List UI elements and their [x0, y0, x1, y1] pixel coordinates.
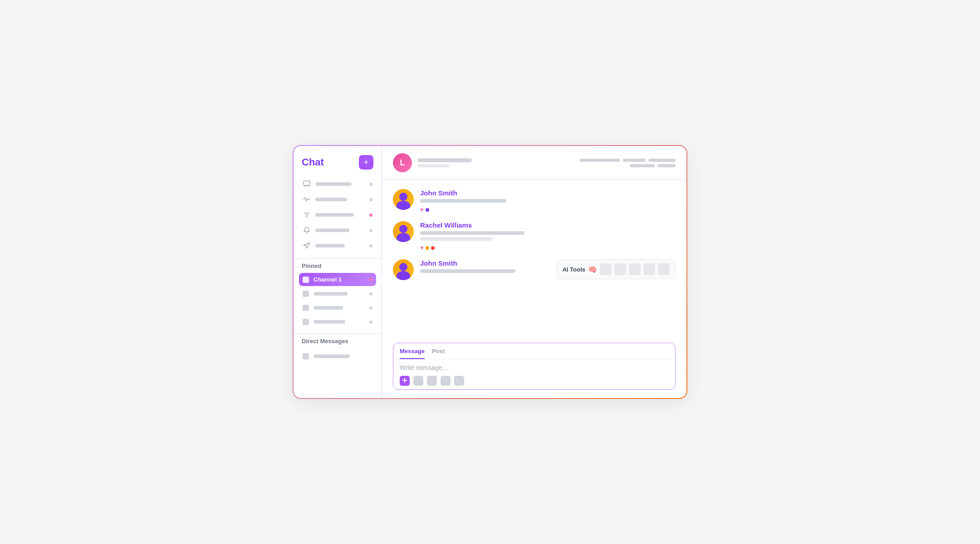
- message-1-sender: John Smith: [420, 189, 676, 197]
- chat-icon: [303, 180, 311, 188]
- channel2-dot: [369, 292, 372, 296]
- channel2-color: [303, 291, 309, 297]
- message-3-avatar: [393, 259, 414, 280]
- sidebar: Chat +: [294, 146, 382, 398]
- nav-item-activity[interactable]: [299, 192, 376, 207]
- header-meta-5: [657, 164, 676, 167]
- compose-placeholder: Write message...: [400, 364, 669, 371]
- nav-items: [294, 177, 382, 253]
- message-3: John Smith AI Tools 🧠: [393, 259, 676, 280]
- message-2-content: Rachel Williams ♥: [420, 221, 676, 251]
- dm-avatar-1: [303, 353, 309, 359]
- nav-dot-filter: [369, 214, 372, 217]
- sidebar-header: Chat +: [294, 146, 382, 177]
- channel4-color: [303, 319, 309, 325]
- nav-item-send-label: [315, 244, 345, 248]
- nav-item-chat-label: [315, 182, 352, 186]
- nav-item-chat[interactable]: [299, 177, 376, 191]
- nav-item-filter[interactable]: [299, 208, 376, 222]
- nav-dot-notifications: [369, 229, 372, 232]
- dm-name-1: [314, 355, 350, 358]
- channel1-dot: [369, 278, 372, 281]
- message-2-text-1: [420, 231, 524, 235]
- message-2-reactions: ♥: [420, 244, 676, 251]
- dm-item-1[interactable]: [299, 350, 376, 363]
- ai-tool-btn-2[interactable]: [614, 263, 626, 275]
- ai-tool-btn-3[interactable]: [629, 263, 641, 275]
- top-bar-text: [417, 158, 472, 167]
- ai-tools-bar: AI Tools 🧠: [557, 259, 676, 279]
- compose-add-btn[interactable]: [400, 376, 410, 386]
- bell-icon: [303, 226, 311, 234]
- header-meta-1: [579, 159, 620, 162]
- nav-item-notifications[interactable]: [299, 223, 376, 238]
- messages-area: John Smith ♥ Rachel Willia: [382, 180, 686, 337]
- top-bar-left: L: [393, 153, 472, 172]
- dm-section-label: Direct Messages: [294, 338, 382, 348]
- channel1-label: Channel 1: [314, 276, 342, 283]
- message-1: John Smith ♥: [393, 189, 676, 213]
- add-channel-button[interactable]: +: [359, 155, 373, 170]
- dm-divider: [294, 334, 382, 334]
- brain-icon: 🧠: [588, 265, 597, 274]
- svg-rect-0: [304, 181, 310, 185]
- message-1-reactions: ♥: [420, 206, 676, 213]
- pinned-item-2[interactable]: [299, 287, 376, 300]
- message-3-text-1: [420, 269, 515, 273]
- pinned-item-4[interactable]: [299, 316, 376, 328]
- pinned-item-3[interactable]: [299, 301, 376, 314]
- ai-tool-btn-1[interactable]: [600, 263, 612, 275]
- ai-tool-btn-4[interactable]: [643, 263, 655, 275]
- compose-toolbar: [400, 376, 669, 386]
- tab-post[interactable]: Post: [432, 348, 445, 359]
- message-1-text-1: [420, 199, 506, 203]
- message-2-avatar: [393, 221, 414, 242]
- reaction-dot-purple-1: [426, 208, 429, 212]
- reaction-dot-red-2: [431, 246, 435, 250]
- top-bar-sub: [417, 164, 449, 167]
- ai-tools-label: AI Tools: [563, 266, 585, 273]
- message-3-body: John Smith: [420, 259, 551, 273]
- compose-tool-1[interactable]: [413, 376, 423, 386]
- compose-box: Message Post Write message...: [393, 343, 676, 390]
- main-content: L: [382, 146, 686, 398]
- channel3-dot: [369, 306, 372, 310]
- message-3-sender: John Smith: [420, 259, 551, 267]
- compose-tool-4[interactable]: [454, 376, 464, 386]
- activity-icon: [303, 195, 311, 204]
- reaction-dot-yellow-2: [426, 246, 429, 250]
- channel2-label: [314, 292, 348, 296]
- compose-tool-2[interactable]: [427, 376, 437, 386]
- top-bar-name: [417, 158, 472, 162]
- nav-item-filter-label: [315, 213, 354, 217]
- channel3-label: [314, 306, 343, 310]
- channel4-label: [314, 320, 345, 324]
- message-2: Rachel Williams ♥: [393, 221, 676, 251]
- channel1-color: [303, 277, 309, 283]
- tab-message[interactable]: Message: [400, 348, 425, 359]
- filter-icon: [303, 211, 311, 219]
- message-1-content: John Smith ♥: [420, 189, 676, 213]
- send-icon: [303, 242, 311, 250]
- compose-area: Message Post Write message...: [382, 337, 686, 398]
- message-3-and-tools: John Smith AI Tools 🧠: [420, 259, 676, 279]
- sidebar-title: Chat: [302, 156, 324, 168]
- nav-item-send[interactable]: [299, 238, 376, 253]
- pinned-divider: [294, 258, 382, 259]
- compose-tabs: Message Post: [393, 343, 675, 359]
- nav-item-activity-label: [315, 198, 347, 201]
- channel3-color: [303, 305, 309, 311]
- ai-tool-btn-5[interactable]: [658, 263, 670, 275]
- app-container: Chat +: [293, 145, 687, 399]
- reaction-heart-1: ♥: [420, 206, 424, 213]
- compose-tool-3[interactable]: [441, 376, 451, 386]
- pinned-items: Channel 1: [294, 273, 382, 328]
- top-avatar: L: [393, 153, 412, 172]
- pinned-item-channel1[interactable]: Channel 1: [299, 273, 376, 286]
- reaction-heart-2: ♥: [420, 244, 424, 251]
- compose-input-area: Write message...: [393, 359, 675, 389]
- nav-dot-send: [369, 244, 372, 248]
- nav-dot-activity: [369, 198, 372, 201]
- message-2-text-2: [420, 237, 493, 241]
- nav-item-notifications-label: [315, 228, 349, 232]
